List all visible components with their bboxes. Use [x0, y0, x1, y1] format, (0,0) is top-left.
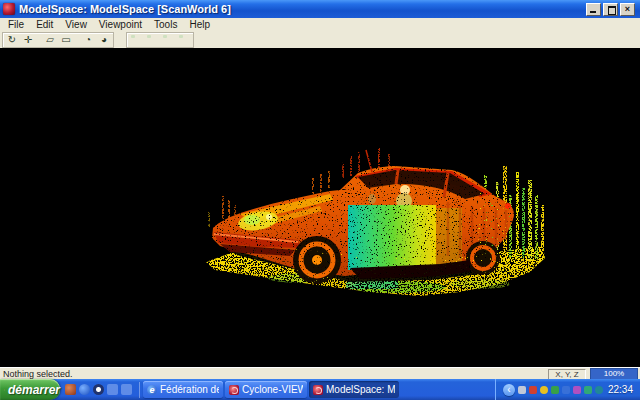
- minimize-button[interactable]: [586, 3, 601, 16]
- start-label: démarrer: [8, 383, 60, 397]
- task-modelspace-window[interactable]: ModelSpace: ModelSp...: [309, 381, 399, 398]
- view-mode-1-icon[interactable]: ◔: [81, 34, 95, 46]
- quicklaunch-dim-icon[interactable]: [107, 384, 118, 395]
- seek-tool-3-icon[interactable]: [161, 34, 175, 46]
- menu-view[interactable]: View: [59, 18, 93, 31]
- system-tray: ‹ 22:34: [495, 379, 640, 400]
- cyclone-icon: [313, 385, 323, 395]
- taskbar-clock: 22:34: [606, 384, 636, 395]
- tray-icon-3[interactable]: [540, 386, 548, 394]
- taskbar: démarrer e Fédération des Clubs ... Cycl…: [0, 379, 640, 400]
- windows-flag-icon: [4, 384, 5, 396]
- polygon-select-icon[interactable]: ▱: [43, 34, 57, 46]
- tray-icon-2[interactable]: [529, 386, 537, 394]
- quicklaunch-overflow-icon[interactable]: [121, 384, 132, 395]
- tray-icon-7[interactable]: [584, 386, 592, 394]
- menu-bar: File Edit View Viewpoint Tools Help: [0, 18, 640, 32]
- window-title: ModelSpace: ModelSpace [ScanWorld 6]: [19, 3, 582, 15]
- seek-tool-group: [126, 32, 194, 48]
- pan-icon[interactable]: ✛: [21, 34, 35, 46]
- caption-buttons: ×: [586, 3, 637, 16]
- cyclone-icon: [229, 385, 239, 395]
- quick-launch: [60, 384, 137, 395]
- close-button[interactable]: ×: [620, 3, 635, 16]
- seek-tool-4-icon[interactable]: [177, 34, 191, 46]
- task-federation-window[interactable]: e Fédération des Clubs ...: [143, 381, 223, 398]
- seek-tool-1-icon[interactable]: [129, 34, 143, 46]
- tray-icon-8[interactable]: [595, 386, 603, 394]
- rectangle-select-icon[interactable]: ▭: [59, 34, 73, 46]
- modelspace-viewport[interactable]: [0, 48, 640, 367]
- menu-help[interactable]: Help: [183, 18, 216, 31]
- tray-icon-6[interactable]: [573, 386, 581, 394]
- toolbar: ↻ ✛ ▱ ▭ ◔ ◕: [0, 31, 640, 49]
- quicklaunch-media-icon[interactable]: [93, 384, 104, 395]
- start-button[interactable]: démarrer: [0, 379, 60, 400]
- menu-edit[interactable]: Edit: [30, 18, 59, 31]
- orbit-rotate-icon[interactable]: ↻: [5, 34, 19, 46]
- tray-icon-5[interactable]: [562, 386, 570, 394]
- navigation-tool-group: ↻ ✛ ▱ ▭ ◔ ◕: [2, 32, 114, 48]
- menu-file[interactable]: File: [2, 18, 30, 31]
- restore-icon: [608, 6, 616, 15]
- rear-wheel: [466, 241, 500, 275]
- screen: { "window": { "title": "ModelSpace: Mode…: [0, 0, 640, 400]
- minimize-icon: [590, 11, 596, 13]
- seek-tool-2-icon[interactable]: [145, 34, 159, 46]
- quicklaunch-ie-icon[interactable]: [79, 384, 90, 395]
- cyclone-app-icon: [3, 3, 15, 15]
- task-cyclone-viewer-window[interactable]: Cyclone-VIEWER - Na...: [225, 381, 307, 398]
- tray-icon-1[interactable]: [518, 386, 526, 394]
- front-wheel: [293, 236, 341, 284]
- door-intensity-band: [348, 205, 436, 270]
- title-bar: ModelSpace: ModelSpace [ScanWorld 6] ×: [0, 0, 640, 18]
- view-mode-2-icon[interactable]: ◕: [97, 34, 111, 46]
- taskbar-separator: [139, 382, 140, 398]
- point-cloud-canvas: [0, 48, 640, 367]
- quicklaunch-app-icon[interactable]: [65, 384, 76, 395]
- menu-tools[interactable]: Tools: [148, 18, 183, 31]
- tray-collapse-icon[interactable]: ‹: [503, 384, 515, 396]
- ie-icon: e: [147, 385, 157, 395]
- coordinates-readout: X, Y, Z: [548, 369, 586, 380]
- tray-icon-4[interactable]: [551, 386, 559, 394]
- menu-viewpoint[interactable]: Viewpoint: [93, 18, 148, 31]
- restore-button[interactable]: [603, 3, 618, 16]
